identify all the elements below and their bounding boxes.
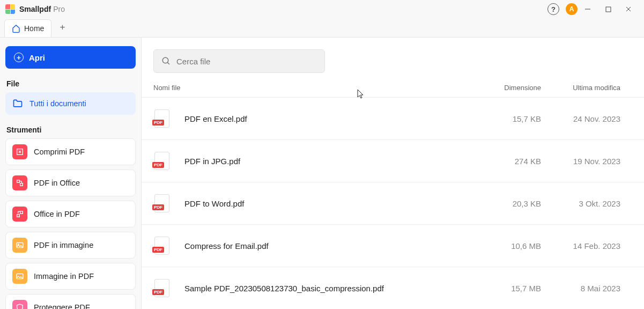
sidebar-item-image-to-pdf[interactable]: Immagine in PDF — [5, 263, 136, 290]
file-row[interactable]: PDFPDF to Word.pdf20,3 KB3 Okt. 2023 — [142, 182, 644, 225]
svg-point-13 — [162, 57, 168, 63]
sidebar-item-protect[interactable]: Proteggere PDF — [5, 294, 136, 309]
pdf-file-icon: PDF — [153, 279, 169, 297]
file-name: Compress for Email.pdf — [184, 241, 477, 251]
file-row[interactable]: PDFCompress for Email.pdf10,6 MB14 Feb. … — [142, 225, 644, 267]
pdf-to-image-icon — [12, 238, 27, 253]
image-to-pdf-icon — [12, 269, 27, 284]
window-close-button[interactable] — [618, 0, 639, 18]
file-row[interactable]: PDFPDF in JPG.pdf274 KB19 Nov. 2023 — [142, 140, 644, 182]
sidebar-item-label: Proteggere PDF — [34, 303, 90, 309]
table-header: Nomi file Dimensione Ultima modifica — [142, 76, 644, 98]
minimize-icon — [584, 6, 591, 12]
file-name: Sample PDF_20230508123730_basic_compress… — [184, 284, 477, 293]
office-to-pdf-icon — [12, 207, 27, 222]
pdf-file-icon: PDF — [153, 194, 169, 212]
sidebar-item-label: Tutti i documenti — [29, 99, 86, 108]
file-date: 14 Feb. 2023 — [552, 241, 632, 251]
tab-bar: Home + — [0, 18, 644, 38]
pdf-to-office-icon — [12, 175, 27, 190]
svg-line-14 — [167, 62, 169, 64]
file-list: PDFPDF en Excel.pdf15,7 KB24 Nov. 2023PD… — [142, 98, 644, 309]
sidebar-item-compress[interactable]: Comprimi PDF — [5, 138, 136, 165]
svg-rect-1 — [606, 7, 611, 12]
tab-home-label: Home — [24, 24, 44, 33]
maximize-icon — [605, 6, 611, 12]
file-date: 8 Mai 2023 — [552, 284, 632, 293]
tab-home[interactable]: Home — [4, 19, 51, 37]
column-header-name[interactable]: Nomi file — [153, 84, 477, 92]
file-date: 24 Nov. 2023 — [552, 114, 632, 123]
sidebar-item-all-documents[interactable]: Tutti i documenti — [5, 92, 136, 115]
sidebar-item-office-to-pdf[interactable]: Office in PDF — [5, 201, 136, 227]
app-logo-icon — [5, 4, 15, 14]
file-size: 20,3 KB — [477, 199, 552, 208]
pdf-file-icon: PDF — [153, 109, 169, 128]
titlebar: Smallpdf Pro ? A — [0, 0, 644, 18]
file-size: 10,6 MB — [477, 241, 552, 251]
file-row[interactable]: PDFSample PDF_20230508123730_basic_compr… — [142, 267, 644, 309]
section-file-title: File — [6, 79, 135, 88]
file-date: 19 Nov. 2023 — [552, 157, 632, 166]
svg-rect-7 — [20, 211, 23, 214]
home-icon — [12, 24, 20, 33]
sidebar-item-label: PDF in Office — [34, 179, 80, 187]
help-button[interactable]: ? — [543, 0, 564, 18]
file-row[interactable]: PDFPDF en Excel.pdf15,7 KB24 Nov. 2023 — [142, 98, 644, 140]
pdf-file-icon: PDF — [153, 152, 169, 170]
sidebar: + Apri File Tutti i documenti Strumenti … — [0, 38, 142, 309]
pdf-file-icon: PDF — [153, 237, 169, 255]
content-area: Nomi file Dimensione Ultima modifica PDF… — [142, 38, 644, 309]
file-name: PDF to Word.pdf — [184, 199, 477, 208]
sidebar-item-label: Comprimi PDF — [34, 148, 85, 156]
compress-icon — [12, 144, 27, 159]
avatar[interactable]: A — [566, 3, 578, 15]
protect-icon — [12, 300, 27, 309]
file-name: PDF in JPG.pdf — [184, 157, 477, 166]
folder-icon — [12, 98, 23, 109]
plus-circle-icon: + — [14, 53, 24, 62]
file-name: PDF en Excel.pdf — [184, 114, 477, 123]
sidebar-item-pdf-to-image[interactable]: PDF in immagine — [5, 232, 136, 259]
window-minimize-button[interactable] — [578, 0, 598, 18]
open-button[interactable]: + Apri — [5, 46, 136, 69]
help-icon: ? — [547, 3, 559, 15]
file-size: 274 KB — [477, 157, 552, 166]
sidebar-item-label: Immagine in PDF — [34, 272, 94, 281]
brand-name: Smallpdf — [19, 5, 51, 13]
plus-icon: + — [60, 22, 65, 33]
svg-rect-6 — [20, 183, 23, 186]
search-icon — [161, 56, 171, 66]
column-header-size[interactable]: Dimensione — [477, 84, 552, 92]
brand-suffix: Pro — [53, 5, 65, 13]
new-tab-button[interactable]: + — [55, 20, 70, 35]
section-tools-title: Strumenti — [6, 126, 135, 134]
search-box[interactable] — [153, 49, 325, 73]
open-button-label: Apri — [29, 53, 45, 62]
svg-rect-5 — [17, 180, 20, 183]
svg-rect-8 — [17, 215, 20, 217]
file-size: 15,7 KB — [477, 114, 552, 123]
close-icon — [625, 6, 632, 12]
search-input[interactable] — [176, 57, 317, 66]
column-header-date[interactable]: Ultima modifica — [552, 84, 632, 92]
file-size: 15,7 MB — [477, 284, 552, 293]
sidebar-item-label: PDF in immagine — [34, 241, 93, 249]
window-maximize-button[interactable] — [598, 0, 618, 18]
file-date: 3 Okt. 2023 — [552, 199, 632, 208]
sidebar-item-pdf-to-office[interactable]: PDF in Office — [5, 170, 136, 196]
sidebar-item-label: Office in PDF — [34, 210, 80, 218]
